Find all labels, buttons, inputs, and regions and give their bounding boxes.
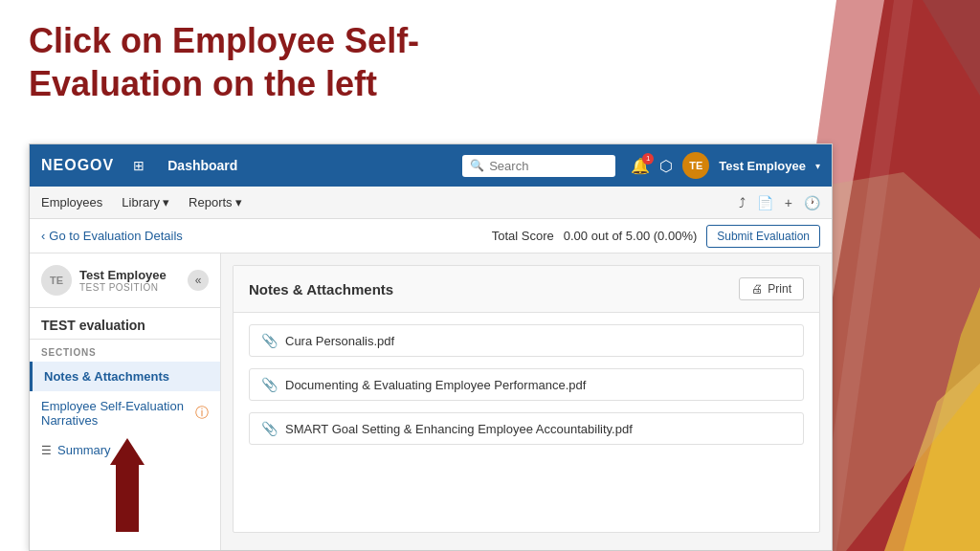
secondary-nav: Employees Library ▾ Reports ▾ ⤴ 📄 + 🕐 xyxy=(30,187,832,219)
panel-title: Notes & Attachments xyxy=(249,281,393,298)
export-icon[interactable]: ⬡ xyxy=(659,157,673,175)
plus-icon[interactable]: + xyxy=(785,195,792,210)
summary-label: Summary xyxy=(57,443,111,457)
user-info: Test Employee TEST POSITION xyxy=(79,268,167,293)
main-panel-inner: Notes & Attachments 🖨 Print 📎 Cura Perso… xyxy=(233,265,820,533)
attachment-icon: 📎 xyxy=(261,421,278,436)
sidebar-item-self-evaluation[interactable]: Employee Self-Evaluation Narratives ⓘ xyxy=(30,391,220,435)
navbar-icons: 🔔 1 ⬡ TE Test Employee ▾ xyxy=(631,152,820,179)
instruction-text: Click on Employee Self-Evaluation on the… xyxy=(29,19,565,105)
content-area: TE Test Employee TEST POSITION « TEST ev… xyxy=(30,253,832,550)
reports-caret: ▾ xyxy=(235,195,242,209)
breadcrumb-link[interactable]: ‹ Go to Evaluation Details xyxy=(41,229,183,243)
sidebar-item-label: Employee Self-Evaluation Narratives xyxy=(41,399,195,428)
attachment-item-1[interactable]: 📎 Documenting & Evaluating Employee Perf… xyxy=(249,368,804,401)
dashboard-label[interactable]: Dashboard xyxy=(167,158,447,173)
nav-library[interactable]: Library ▾ xyxy=(122,195,169,209)
search-input[interactable] xyxy=(462,155,615,177)
nav-employees[interactable]: Employees xyxy=(41,195,102,209)
attachment-icon: 📎 xyxy=(261,377,278,392)
attachment-icon: 📎 xyxy=(261,333,278,348)
export-icon-glyph: ⬡ xyxy=(659,158,673,174)
evaluation-title: TEST evaluation xyxy=(30,308,220,340)
panel-header: Notes & Attachments 🖨 Print xyxy=(234,266,819,313)
total-score-label: Total Score xyxy=(492,229,554,243)
submit-evaluation-button[interactable]: Submit Evaluation xyxy=(706,225,820,248)
user-avatar-nav: TE xyxy=(682,152,709,179)
navbar-caret[interactable]: ▾ xyxy=(815,161,820,171)
notification-badge: 1 xyxy=(642,153,654,165)
main-panel: Notes & Attachments 🖨 Print 📎 Cura Perso… xyxy=(221,253,832,550)
navbar-username: Test Employee xyxy=(719,159,806,173)
print-icon: 🖨 xyxy=(751,282,763,296)
sidebar-item-notes-attachments[interactable]: Notes & Attachments xyxy=(30,362,220,391)
attachment-name: SMART Goal Setting & Enhancing Employee … xyxy=(285,422,633,436)
grid-icon: ⊞ xyxy=(133,158,145,173)
total-score-value: 0.00 out of 5.00 (0.00%) xyxy=(564,229,697,243)
app-container: NEOGOV ⊞ Dashboard 🔍 🔔 1 ⬡ TE Test Emplo… xyxy=(29,143,833,551)
arrow-body xyxy=(116,465,139,532)
breadcrumb-text: Go to Evaluation Details xyxy=(49,229,182,243)
clock-icon[interactable]: 🕐 xyxy=(804,195,820,210)
search-icon: 🔍 xyxy=(470,159,484,172)
sections-label: SECTIONS xyxy=(30,340,220,362)
arrow-head xyxy=(110,438,145,465)
attachment-item-0[interactable]: 📎 Cura Personalis.pdf xyxy=(249,324,804,357)
brand-logo: NEOGOV xyxy=(41,157,114,174)
library-caret: ▾ xyxy=(163,195,169,209)
sidebar-item-label: Notes & Attachments xyxy=(44,369,169,384)
attachment-item-2[interactable]: 📎 SMART Goal Setting & Enhancing Employe… xyxy=(249,412,804,445)
info-icon: ⓘ xyxy=(195,405,209,422)
search-wrapper: 🔍 xyxy=(462,155,615,177)
secondary-nav-actions: ⤴ 📄 + 🕐 xyxy=(739,195,820,210)
user-position: TEST POSITION xyxy=(79,282,167,293)
print-button[interactable]: 🖨 Print xyxy=(739,277,804,300)
chevron-left-icon: ‹ xyxy=(41,229,45,243)
breadcrumb-bar: ‹ Go to Evaluation Details Total Score 0… xyxy=(30,219,832,253)
notification-bell[interactable]: 🔔 1 xyxy=(631,157,650,175)
attachment-name: Cura Personalis.pdf xyxy=(285,334,394,348)
avatar: TE xyxy=(41,265,72,296)
summary-icon: ☰ xyxy=(41,444,52,457)
user-name: Test Employee xyxy=(79,268,167,282)
sidebar-user: TE Test Employee TEST POSITION « xyxy=(30,253,220,308)
navbar: NEOGOV ⊞ Dashboard 🔍 🔔 1 ⬡ TE Test Emplo… xyxy=(30,144,832,187)
collapse-button[interactable]: « xyxy=(188,270,209,291)
document-icon[interactable]: 📄 xyxy=(757,195,773,210)
nav-reports[interactable]: Reports ▾ xyxy=(189,195,242,209)
share-icon[interactable]: ⤴ xyxy=(739,195,746,210)
arrow-indicator xyxy=(110,438,145,532)
total-score-area: Total Score 0.00 out of 5.00 (0.00%) Sub… xyxy=(492,225,820,248)
attachment-name: Documenting & Evaluating Employee Perfor… xyxy=(285,378,586,392)
